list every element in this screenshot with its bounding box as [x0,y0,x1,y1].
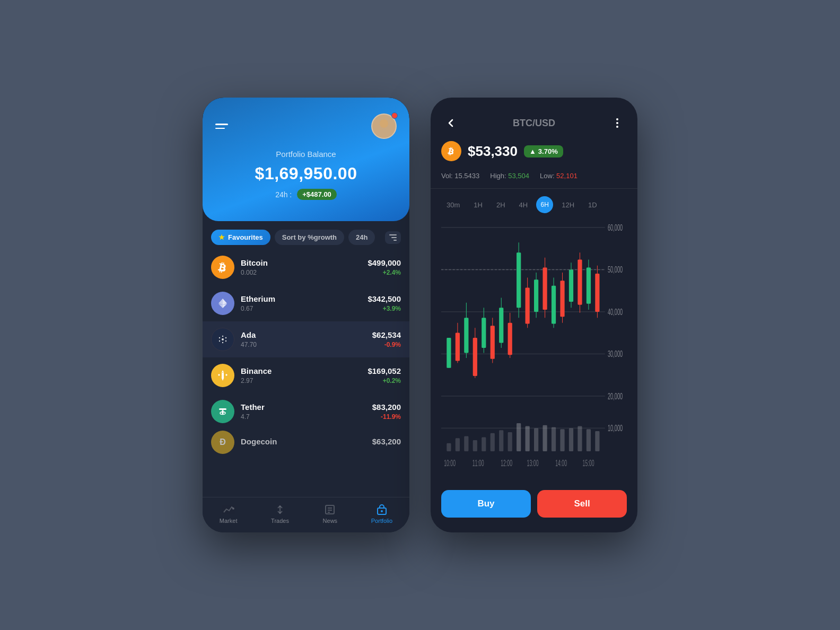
crypto-name: Binance [241,366,361,375]
doge-logo: Ð [211,431,234,454]
crypto-name: Bitcoin [241,258,361,267]
svg-rect-85 [499,430,503,451]
portfolio-balance: $1,69,950.00 [215,164,397,183]
svg-rect-50 [473,338,477,376]
svg-rect-82 [473,440,477,451]
tether-logo [211,400,234,423]
svg-marker-3 [218,299,223,305]
phone-left-body: ★ Favourites Sort by %growth 24h [203,221,409,532]
sell-button[interactable]: Sell [537,490,627,518]
more-button[interactable] [608,113,627,133]
crypto-amount: 2.97 [241,377,361,384]
svg-rect-19 [219,408,226,410]
stats-row: Vol: 15.5433 High: 53,504 Low: 52,101 [431,168,637,189]
back-button[interactable] [441,113,460,133]
bnb-info: Binance 2.97 [241,366,361,384]
bitcoin-logo [211,256,234,279]
high-value: 53,504 [508,172,529,180]
svg-point-12 [219,340,220,342]
svg-text:40,000: 40,000 [608,307,623,317]
tf-2h[interactable]: 2H [491,198,511,212]
crypto-change: -11.9% [372,413,401,421]
menu-icon[interactable] [215,124,228,129]
right-header: BTC/USD [431,98,637,141]
favourites-btn[interactable]: ★ Favourites [211,230,270,245]
nav-market-label: Market [220,518,238,524]
svg-rect-52 [482,318,486,348]
btc-price: $53,330 [468,143,518,160]
nav-trades[interactable]: Trades [271,504,289,524]
tf-4h[interactable]: 4H [514,198,533,212]
news-icon [324,504,336,515]
tether-info: Tether 4.7 [241,402,366,421]
vol-stat: Vol: 15.5433 [441,172,479,180]
svg-text:30,000: 30,000 [608,349,623,359]
svg-text:11:00: 11:00 [472,458,484,468]
sort-btn[interactable]: Sort by %growth [275,230,344,245]
tf-1h[interactable]: 1H [468,198,488,212]
tf-12h[interactable]: 12H [556,198,580,212]
list-item[interactable]: Bitcoin 0.002 $499,000 +2.4% [203,249,409,285]
svg-rect-86 [508,432,512,451]
phone-left: Portfolio Balance $1,69,950.00 24h : +$4… [203,98,409,532]
tf-1d[interactable]: 1D [583,198,602,212]
avatar-wrap[interactable] [371,113,397,139]
vol-value: 15.5433 [454,172,479,180]
svg-rect-94 [578,426,582,451]
tf-30m[interactable]: 30m [441,198,465,212]
bnb-value: $169,052 +0.2% [368,366,401,384]
portfolio-header: Portfolio Balance $1,69,950.00 24h : +$4… [203,98,409,221]
svg-rect-62 [526,287,530,323]
svg-text:13:00: 13:00 [527,458,539,468]
svg-point-11 [225,337,226,338]
crypto-change: +0.2% [368,377,401,384]
tf-6h[interactable]: 6H [536,196,553,213]
svg-point-13 [225,340,226,342]
svg-point-8 [222,336,223,337]
buy-button[interactable]: Buy [441,490,531,518]
filter-icon[interactable] [385,231,401,244]
notification-badge [391,112,398,119]
svg-marker-14 [222,370,224,373]
crypto-price: $499,000 [368,258,401,267]
timeframe-row: 30m 1H 2H 4H 6H 12H 1D [431,189,637,217]
time-btn[interactable]: 24h [348,230,375,245]
svg-rect-80 [456,438,460,451]
ada-info: Ada 47.70 [241,330,366,348]
svg-rect-81 [464,436,468,451]
crypto-change: +3.9% [368,305,401,312]
svg-rect-44 [447,338,451,368]
svg-rect-68 [552,286,556,324]
svg-rect-15 [222,373,224,378]
crypto-price: $62,534 [372,330,401,339]
svg-rect-74 [578,259,582,304]
svg-rect-83 [482,437,486,451]
svg-point-0 [375,129,392,138]
nav-news[interactable]: News [323,504,338,524]
price-section: $53,330 ▲ 3.70% [431,141,637,168]
list-item[interactable]: Ada 47.70 $62,534 -0.9% [203,321,409,357]
pair-base: BTC [513,118,532,128]
list-item[interactable]: Binance 2.97 $169,052 +0.2% [203,357,409,393]
svg-rect-66 [542,268,547,310]
ada-value: $62,534 -0.9% [372,330,401,348]
pair-quote: USD [535,118,555,128]
portfolio-change: 24h : +$487.00 [215,189,397,200]
svg-point-29 [381,510,383,512]
svg-text:60,000: 60,000 [608,223,623,233]
svg-point-10 [219,337,220,338]
bottom-nav: Market Trades [203,497,409,532]
eth-info: Etherium 0.67 [241,294,361,312]
list-item[interactable]: Etherium 0.67 $342,500 +3.9% [203,285,409,321]
eth-value: $342,500 +3.9% [368,294,401,312]
crypto-amount: 4.7 [241,413,366,421]
list-item[interactable]: Tether 4.7 $83,200 -11.9% [203,393,409,430]
list-item[interactable]: Ð Dogecoin $63,200 [203,430,409,455]
crypto-price: $169,052 [368,366,401,375]
crypto-change: -0.9% [372,341,401,348]
svg-marker-4 [223,299,227,305]
svg-rect-91 [552,427,556,451]
nav-portfolio[interactable]: Portfolio [371,504,392,524]
nav-market[interactable]: Market [220,504,238,524]
tether-value: $83,200 -11.9% [372,402,401,421]
